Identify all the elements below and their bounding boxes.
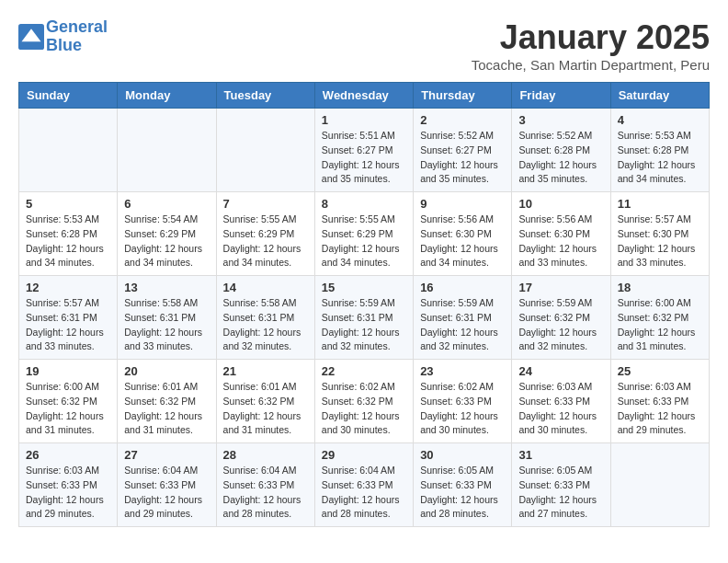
location: Tocache, San Martin Department, Peru — [472, 57, 710, 73]
week-row-4: 19Sunrise: 6:00 AMSunset: 6:32 PMDayligh… — [19, 360, 710, 443]
day-info: Sunrise: 5:59 AMSunset: 6:31 PMDaylight:… — [322, 296, 406, 354]
day-number: 31 — [518, 448, 603, 462]
day-info: Sunrise: 5:56 AMSunset: 6:30 PMDaylight:… — [420, 213, 505, 270]
calendar-cell: 2Sunrise: 5:52 AMSunset: 6:27 PMDaylight… — [414, 109, 512, 192]
day-info: Sunrise: 6:00 AMSunset: 6:32 PMDaylight:… — [618, 296, 702, 354]
day-info: Sunrise: 6:01 AMSunset: 6:32 PMDaylight:… — [124, 380, 209, 438]
logo-icon — [18, 24, 44, 50]
day-number: 8 — [322, 197, 406, 211]
day-number: 25 — [618, 364, 702, 378]
calendar-cell: 6Sunrise: 5:54 AMSunset: 6:29 PMDaylight… — [118, 192, 216, 276]
day-number: 3 — [518, 113, 603, 127]
logo-text: General — [46, 18, 108, 37]
day-number: 15 — [322, 281, 406, 294]
calendar-cell: 22Sunrise: 6:02 AMSunset: 6:32 PMDayligh… — [314, 360, 413, 443]
day-info: Sunrise: 5:57 AMSunset: 6:30 PMDaylight:… — [618, 213, 702, 270]
day-number: 20 — [124, 364, 209, 378]
week-row-3: 12Sunrise: 5:57 AMSunset: 6:31 PMDayligh… — [19, 276, 710, 360]
day-info: Sunrise: 5:59 AMSunset: 6:31 PMDaylight:… — [420, 296, 505, 354]
calendar-cell — [19, 109, 118, 192]
calendar-cell — [610, 443, 709, 527]
day-number: 17 — [518, 281, 603, 294]
calendar-cell: 4Sunrise: 5:53 AMSunset: 6:28 PMDaylight… — [610, 109, 709, 192]
day-info: Sunrise: 5:57 AMSunset: 6:31 PMDaylight:… — [26, 296, 110, 354]
title-block: January 2025 Tocache, San Martin Departm… — [472, 18, 710, 73]
day-number: 11 — [618, 197, 702, 211]
week-row-1: 1Sunrise: 5:51 AMSunset: 6:27 PMDaylight… — [19, 109, 710, 192]
day-number: 10 — [518, 197, 603, 211]
day-number: 27 — [124, 448, 209, 462]
calendar-cell: 11Sunrise: 5:57 AMSunset: 6:30 PMDayligh… — [610, 192, 709, 276]
calendar-cell: 24Sunrise: 6:03 AMSunset: 6:33 PMDayligh… — [512, 360, 610, 443]
day-number: 28 — [223, 448, 308, 462]
day-info: Sunrise: 6:03 AMSunset: 6:33 PMDaylight:… — [518, 380, 603, 438]
day-number: 7 — [223, 197, 308, 211]
page-header: General Blue January 2025 Tocache, San M… — [18, 18, 710, 73]
day-number: 26 — [26, 448, 110, 462]
calendar-cell: 20Sunrise: 6:01 AMSunset: 6:32 PMDayligh… — [118, 360, 216, 443]
weekday-header-monday: Monday — [118, 83, 216, 109]
day-info: Sunrise: 6:01 AMSunset: 6:32 PMDaylight:… — [223, 380, 308, 438]
day-number: 2 — [420, 113, 505, 127]
day-number: 22 — [322, 364, 406, 378]
day-info: Sunrise: 5:51 AMSunset: 6:27 PMDaylight:… — [322, 129, 406, 187]
day-info: Sunrise: 5:56 AMSunset: 6:30 PMDaylight:… — [518, 213, 603, 270]
day-number: 18 — [618, 281, 702, 294]
day-number: 29 — [322, 448, 406, 462]
day-number: 30 — [420, 448, 505, 462]
calendar-cell: 17Sunrise: 5:59 AMSunset: 6:32 PMDayligh… — [512, 276, 610, 360]
calendar-cell: 10Sunrise: 5:56 AMSunset: 6:30 PMDayligh… — [512, 192, 610, 276]
day-info: Sunrise: 5:52 AMSunset: 6:27 PMDaylight:… — [420, 129, 505, 187]
day-info: Sunrise: 5:54 AMSunset: 6:29 PMDaylight:… — [124, 213, 209, 270]
day-info: Sunrise: 6:03 AMSunset: 6:33 PMDaylight:… — [618, 380, 702, 438]
calendar-cell — [216, 109, 314, 192]
logo: General Blue — [18, 18, 108, 55]
day-info: Sunrise: 6:04 AMSunset: 6:33 PMDaylight:… — [223, 464, 308, 522]
day-number: 23 — [420, 364, 505, 378]
weekday-header-sunday: Sunday — [19, 83, 118, 109]
calendar-cell: 23Sunrise: 6:02 AMSunset: 6:33 PMDayligh… — [414, 360, 512, 443]
weekday-header-wednesday: Wednesday — [314, 83, 413, 109]
day-number: 12 — [26, 281, 110, 294]
calendar-cell: 3Sunrise: 5:52 AMSunset: 6:28 PMDaylight… — [512, 109, 610, 192]
day-info: Sunrise: 5:53 AMSunset: 6:28 PMDaylight:… — [618, 129, 702, 187]
weekday-header-tuesday: Tuesday — [216, 83, 314, 109]
weekday-header-saturday: Saturday — [610, 83, 709, 109]
calendar-cell: 18Sunrise: 6:00 AMSunset: 6:32 PMDayligh… — [610, 276, 709, 360]
day-number: 5 — [26, 197, 110, 211]
calendar-cell: 31Sunrise: 6:05 AMSunset: 6:33 PMDayligh… — [512, 443, 610, 527]
month-title: January 2025 — [472, 18, 710, 57]
weekday-header-friday: Friday — [512, 83, 610, 109]
day-info: Sunrise: 6:04 AMSunset: 6:33 PMDaylight:… — [322, 464, 406, 522]
day-number: 16 — [420, 281, 505, 294]
calendar-cell: 7Sunrise: 5:55 AMSunset: 6:29 PMDaylight… — [216, 192, 314, 276]
day-number: 9 — [420, 197, 505, 211]
calendar-cell: 25Sunrise: 6:03 AMSunset: 6:33 PMDayligh… — [610, 360, 709, 443]
day-number: 14 — [223, 281, 308, 294]
weekday-header-row: SundayMondayTuesdayWednesdayThursdayFrid… — [19, 83, 710, 109]
day-info: Sunrise: 6:00 AMSunset: 6:32 PMDaylight:… — [26, 380, 110, 438]
day-info: Sunrise: 5:58 AMSunset: 6:31 PMDaylight:… — [223, 296, 308, 354]
day-info: Sunrise: 6:05 AMSunset: 6:33 PMDaylight:… — [518, 464, 603, 522]
calendar: SundayMondayTuesdayWednesdayThursdayFrid… — [18, 82, 710, 527]
day-info: Sunrise: 6:02 AMSunset: 6:32 PMDaylight:… — [322, 380, 406, 438]
calendar-cell: 27Sunrise: 6:04 AMSunset: 6:33 PMDayligh… — [118, 443, 216, 527]
calendar-cell: 30Sunrise: 6:05 AMSunset: 6:33 PMDayligh… — [414, 443, 512, 527]
day-info: Sunrise: 6:04 AMSunset: 6:33 PMDaylight:… — [124, 464, 209, 522]
calendar-cell: 19Sunrise: 6:00 AMSunset: 6:32 PMDayligh… — [19, 360, 118, 443]
day-info: Sunrise: 6:05 AMSunset: 6:33 PMDaylight:… — [420, 464, 505, 522]
calendar-cell: 26Sunrise: 6:03 AMSunset: 6:33 PMDayligh… — [19, 443, 118, 527]
day-number: 6 — [124, 197, 209, 211]
day-number: 19 — [26, 364, 110, 378]
calendar-cell: 9Sunrise: 5:56 AMSunset: 6:30 PMDaylight… — [414, 192, 512, 276]
day-info: Sunrise: 5:55 AMSunset: 6:29 PMDaylight:… — [322, 213, 406, 270]
day-number: 4 — [618, 113, 702, 127]
day-info: Sunrise: 6:03 AMSunset: 6:33 PMDaylight:… — [26, 464, 110, 522]
day-info: Sunrise: 5:59 AMSunset: 6:32 PMDaylight:… — [518, 296, 603, 354]
calendar-cell: 21Sunrise: 6:01 AMSunset: 6:32 PMDayligh… — [216, 360, 314, 443]
calendar-cell — [118, 109, 216, 192]
calendar-cell: 13Sunrise: 5:58 AMSunset: 6:31 PMDayligh… — [118, 276, 216, 360]
calendar-cell: 1Sunrise: 5:51 AMSunset: 6:27 PMDaylight… — [314, 109, 413, 192]
calendar-cell: 12Sunrise: 5:57 AMSunset: 6:31 PMDayligh… — [19, 276, 118, 360]
day-info: Sunrise: 5:58 AMSunset: 6:31 PMDaylight:… — [124, 296, 209, 354]
